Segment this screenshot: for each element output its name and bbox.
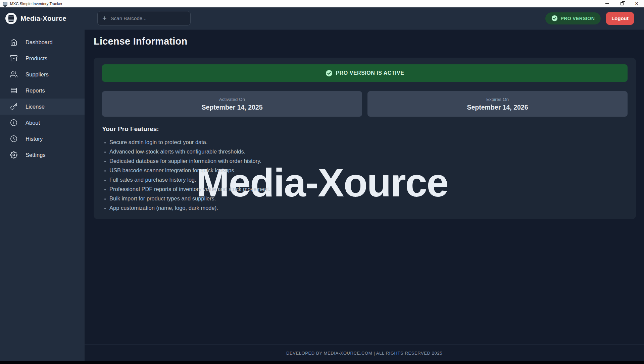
content-area: License Information PRO VERSION IS ACTIV… [85, 29, 644, 345]
activated-on-date: September 14, 2025 [201, 104, 262, 111]
license-dates: Activated On September 14, 2025 Expires … [102, 91, 628, 117]
app-icon [3, 2, 7, 6]
footer: DEVELOPED BY MEDIA-XOURCE.COM | ALL RIGH… [85, 345, 644, 361]
banner-text: PRO VERSION IS ACTIVE [336, 70, 404, 76]
plus-icon: + [102, 15, 107, 22]
minimize-icon [605, 3, 609, 4]
feature-item: USB barcode scanner integration for quic… [109, 166, 628, 175]
report-icon [10, 87, 17, 94]
info-icon [10, 119, 17, 126]
logout-button[interactable]: Logout [606, 12, 634, 25]
sidebar-item-products[interactable]: Products [0, 50, 85, 66]
sidebar-item-label: About [26, 120, 40, 126]
features-list: Secure admin login to protect your data.… [102, 137, 628, 213]
sidebar-item-label: Products [26, 55, 47, 62]
titlebar: MXC Simple Inventory Tracker × [0, 0, 644, 7]
feature-item: Secure admin login to protect your data. [109, 137, 628, 147]
sidebar-item-settings[interactable]: Settings [0, 147, 85, 163]
sidebar-item-about[interactable]: About [0, 115, 85, 131]
page-title: License Information [94, 35, 636, 48]
feature-item: Full sales and purchase history log. [109, 175, 628, 184]
footer-text: DEVELOPED BY MEDIA-XOURCE.COM | ALL RIGH… [286, 351, 442, 356]
sidebar-item-dashboard[interactable]: Dashboard [0, 34, 85, 50]
activated-on-label: Activated On [219, 97, 245, 102]
sidebar-item-reports[interactable]: Reports [0, 82, 85, 99]
main-column: + PRO VERSION Logout License Inf [85, 7, 644, 361]
scan-barcode-input[interactable] [111, 15, 186, 21]
feature-item: Advanced low-stock alerts with configura… [109, 147, 628, 156]
topbar: + PRO VERSION Logout [85, 7, 644, 29]
gear-icon [10, 151, 17, 159]
license-panel: PRO VERSION IS ACTIVE Activated On Septe… [94, 58, 636, 219]
feature-item: Bulk import for product types and suppli… [109, 194, 628, 203]
expires-on-date: September 14, 2026 [467, 104, 528, 111]
sidebar-item-label: History [26, 136, 43, 142]
pro-version-badge[interactable]: PRO VERSION [545, 12, 601, 24]
window-controls: × [600, 0, 644, 7]
expires-on-label: Expires On [486, 97, 509, 102]
close-button[interactable]: × [629, 0, 644, 7]
box-icon [10, 55, 17, 62]
sidebar-item-label: Dashboard [26, 39, 53, 46]
expires-on-card: Expires On September 14, 2026 [367, 91, 628, 117]
activated-on-card: Activated On September 14, 2025 [102, 91, 362, 117]
sidebar-item-label: Suppliers [26, 71, 49, 78]
topbar-actions: PRO VERSION Logout [545, 12, 634, 25]
clock-icon [10, 135, 17, 142]
sidebar-item-label: Reports [26, 87, 45, 94]
check-circle-icon [326, 70, 333, 77]
users-icon [10, 71, 17, 78]
minimize-button[interactable] [600, 0, 614, 7]
restore-icon [621, 2, 624, 5]
media-xource-logo-icon [5, 13, 17, 24]
feature-item: App customization (name, logo, dark mode… [109, 203, 628, 213]
close-icon: × [635, 1, 638, 6]
brand: Media-Xource [0, 7, 85, 29]
key-icon [10, 103, 17, 110]
home-icon [10, 39, 17, 46]
pro-active-banner: PRO VERSION IS ACTIVE [102, 64, 628, 82]
bottom-strip [0, 361, 644, 364]
sidebar-item-license[interactable]: License [0, 99, 85, 115]
app-window: MXC Simple Inventory Tracker × Media-Xou… [0, 0, 644, 364]
sidebar: Media-Xource DashboardProductsSuppliersR… [0, 7, 85, 361]
sidebar-item-label: Settings [26, 152, 46, 158]
sidebar-item-suppliers[interactable]: Suppliers [0, 66, 85, 82]
maximize-restore-button[interactable] [614, 0, 629, 7]
sidebar-divider [3, 167, 81, 167]
brand-name: Media-Xource [20, 14, 66, 22]
sidebar-nav: DashboardProductsSuppliersReportsLicense… [0, 29, 85, 163]
scan-barcode-field[interactable]: + [97, 11, 191, 25]
feature-item: Professional PDF reports of inventory va… [109, 184, 628, 194]
feature-item: Dedicated database for supplier informat… [109, 156, 628, 166]
pro-features-section: Your Pro Features: Secure admin login to… [102, 125, 628, 213]
features-title: Your Pro Features: [102, 125, 628, 133]
sidebar-item-history[interactable]: History [0, 131, 85, 147]
sidebar-item-label: License [26, 104, 45, 110]
window-title: MXC Simple Inventory Tracker [10, 2, 62, 6]
check-circle-icon [551, 15, 558, 21]
pro-badge-label: PRO VERSION [561, 16, 595, 21]
